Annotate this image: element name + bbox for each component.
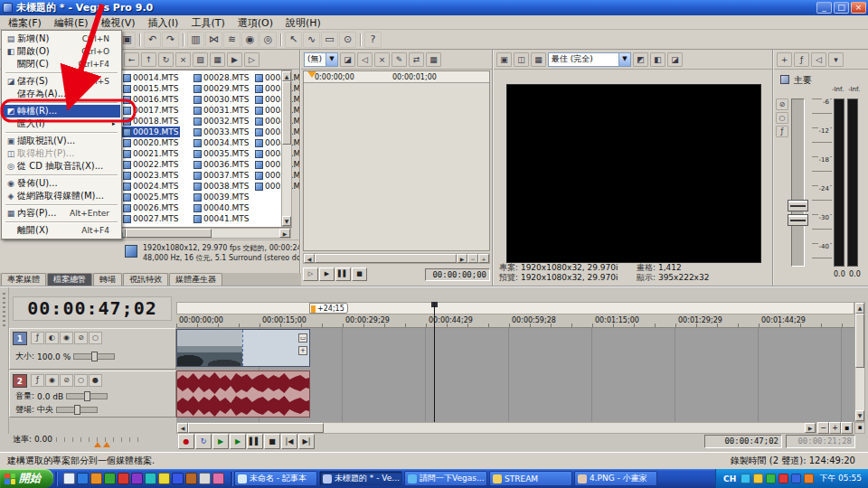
tray-icon-3[interactable]: [766, 474, 776, 483]
track2-header[interactable]: 2 ƒ◉⊘○● 音量: 0.0 dB 聲場: 中央: [9, 371, 176, 418]
task-vegas[interactable]: 未標題的 * - Ve...: [319, 471, 402, 486]
trimmer-ruler[interactable]: 0:00:00;00 00:00:01;00: [304, 71, 489, 83]
play-button[interactable]: ▶: [230, 434, 246, 449]
quick-launch-icon-2[interactable]: [77, 473, 89, 484]
copy-snapshot-icon[interactable]: ◧: [650, 52, 665, 67]
delete-icon[interactable]: ×: [175, 52, 191, 67]
tray-icon-2[interactable]: [753, 474, 763, 483]
menu-insert[interactable]: 插入(I): [142, 15, 185, 29]
file-menu-item-new[interactable]: ▤ 新增(N) Ctrl+N: [3, 33, 120, 45]
insert-fx-button[interactable]: ƒ: [794, 52, 809, 67]
task-notepad[interactable]: 未命名 - 記事本: [234, 471, 317, 486]
track1-automation-button[interactable]: ◉: [60, 332, 73, 344]
tab-transitions[interactable]: 轉場: [93, 273, 122, 286]
tray-icon-4[interactable]: [778, 474, 788, 483]
tab-media-generators[interactable]: 媒體產生器: [169, 273, 222, 286]
ignore-event-grouping-icon[interactable]: ◎: [259, 32, 277, 48]
zoom-out-icon[interactable]: −: [467, 254, 478, 263]
trimmer-pause-button[interactable]: ▌▌: [335, 267, 351, 281]
track2-fx-button[interactable]: ƒ: [31, 374, 44, 387]
maximize-button[interactable]: □: [834, 2, 849, 14]
go-to-end-button[interactable]: ▶|: [298, 434, 315, 449]
preview-quality-combo[interactable]: 最佳 (完全) ▼: [548, 52, 631, 67]
scroll-right-icon[interactable]: ▶: [805, 423, 816, 433]
video-event[interactable]: ▭ +: [176, 329, 310, 367]
split-screen-view-icon[interactable]: ◩: [633, 52, 648, 67]
00046.MTS[interactable]: 00046.MTS: [253, 116, 301, 127]
file-menu-item-open[interactable]: ◧ 開啟(O) Ctrl+O: [3, 45, 120, 58]
refresh-icon[interactable]: ↻: [158, 52, 174, 67]
enable-snapping-icon[interactable]: ▥: [187, 32, 204, 48]
loop-playback-button[interactable]: ↻: [195, 434, 212, 449]
timeline-vertical-scrollbar[interactable]: ▲ ▼: [854, 302, 865, 422]
master-mute-button[interactable]: ⊘: [776, 99, 788, 110]
trimmer-properties-icon[interactable]: ▦: [426, 52, 441, 67]
file-menu-item-import[interactable]: 匯入(I) ▸: [3, 117, 120, 130]
track2-mute-button[interactable]: ⊘: [60, 374, 73, 387]
slider-knob[interactable]: [74, 405, 80, 415]
00017.MTS[interactable]: 00017.MTS: [121, 105, 180, 116]
scrollbar-thumb[interactable]: [126, 229, 212, 238]
scroll-down-icon[interactable]: ▼: [282, 216, 291, 226]
undo-icon[interactable]: ↶: [144, 32, 161, 48]
event-fx-icon[interactable]: +: [298, 346, 307, 355]
save-snapshot-icon[interactable]: ◪: [667, 52, 683, 67]
task-paint[interactable]: 4.PNG - 小畫家: [574, 471, 657, 486]
start-button[interactable]: 開始: [0, 469, 53, 488]
rate-marker-icon[interactable]: [94, 442, 101, 447]
file-menu-item-save-as[interactable]: 儲存為(A)...: [3, 88, 120, 100]
00031.MTS[interactable]: 00031.MTS: [192, 105, 250, 116]
trimmer-horizontal-scrollbar[interactable]: ◀ ▶ − +: [303, 253, 490, 264]
event-pan-crop-icon[interactable]: ▭: [298, 333, 307, 343]
selection-edit-tool-icon[interactable]: ▭: [321, 32, 338, 48]
lock-envelopes-icon[interactable]: ◉: [241, 32, 259, 48]
file-menu-item-render-as[interactable]: ◩ 轉檔(R)...: [3, 105, 120, 117]
play-from-start-button[interactable]: ▶: [212, 434, 229, 449]
zoom-edit-tool-icon[interactable]: ⊙: [339, 32, 356, 48]
go-to-start-button[interactable]: |◀: [281, 434, 297, 449]
00041.MTS[interactable]: 00041.MTS: [192, 213, 250, 224]
file-menu-item-publish[interactable]: ◉ 發佈(U)...: [3, 177, 120, 190]
trimmer-sync-icon[interactable]: ⇄: [409, 52, 424, 67]
scrollbar-thumb[interactable]: [315, 254, 457, 263]
file-menu-item-get-media-web[interactable]: ◈ 從網路取得媒體(M)...: [3, 190, 120, 202]
pause-button[interactable]: ▌▌: [247, 434, 263, 449]
00045.MTS[interactable]: 00045.MTS: [253, 105, 301, 116]
file-menu-item-close[interactable]: 關閉(C) Ctrl+F4: [3, 58, 120, 70]
file-menu-item-extract-audio-cd[interactable]: ◎ 從 CD 抽取音訊(X)...: [3, 160, 120, 173]
tab-explorer[interactable]: 檔案總管: [47, 273, 92, 286]
slider-knob[interactable]: [91, 352, 98, 361]
minimize-button[interactable]: _: [816, 2, 832, 14]
menu-tools[interactable]: 工具(T): [184, 15, 231, 29]
00039.MTS[interactable]: 00039.MTS: [192, 192, 250, 202]
chevron-down-icon[interactable]: ▼: [326, 53, 337, 66]
record-button[interactable]: ●: [178, 434, 194, 449]
00023.MTS[interactable]: 00023.MTS: [121, 170, 180, 181]
trimmer-history-combo[interactable]: (無) ▼: [304, 52, 338, 67]
master-solo-button[interactable]: ○: [776, 112, 788, 124]
task-browser[interactable]: 請問一下Vegas...: [404, 471, 487, 486]
scroll-right-icon[interactable]: ▶: [457, 254, 467, 263]
file-menu-item-get-photo[interactable]: ◫ 取得相片(P)...: [3, 147, 120, 160]
selection-start-time[interactable]: 00:00:47;02: [704, 435, 782, 448]
playhead-cursor[interactable]: [434, 302, 435, 422]
quick-launch-icon-7[interactable]: [145, 473, 156, 484]
close-button[interactable]: ×: [851, 2, 866, 14]
back-icon[interactable]: ←: [124, 52, 139, 67]
auto-preview-icon[interactable]: ▷: [244, 52, 259, 67]
scrollbar-thumb[interactable]: [188, 423, 324, 433]
envelope-edit-tool-icon[interactable]: ∿: [303, 32, 320, 48]
quick-launch-icon-5[interactable]: [118, 473, 129, 484]
quick-launch-icon-8[interactable]: [158, 473, 170, 484]
track2-pan-slider[interactable]: [56, 407, 98, 413]
menu-edit[interactable]: 編輯(E): [48, 15, 95, 29]
master-fx-button[interactable]: ƒ: [776, 126, 788, 137]
downmix-output-button[interactable]: ◁: [811, 52, 826, 67]
selection-length-time[interactable]: 00:00:21;28: [786, 435, 855, 448]
trimmer-stop-button[interactable]: ■: [352, 267, 367, 281]
track1-number[interactable]: 1: [13, 332, 27, 345]
00040.MTS[interactable]: 00040.MTS: [192, 202, 250, 213]
00048.MTS[interactable]: 00048.MTS: [253, 137, 301, 148]
auto-crossfade-icon[interactable]: ⋈: [205, 32, 222, 48]
trimmer-remove-icon[interactable]: ×: [374, 52, 390, 67]
